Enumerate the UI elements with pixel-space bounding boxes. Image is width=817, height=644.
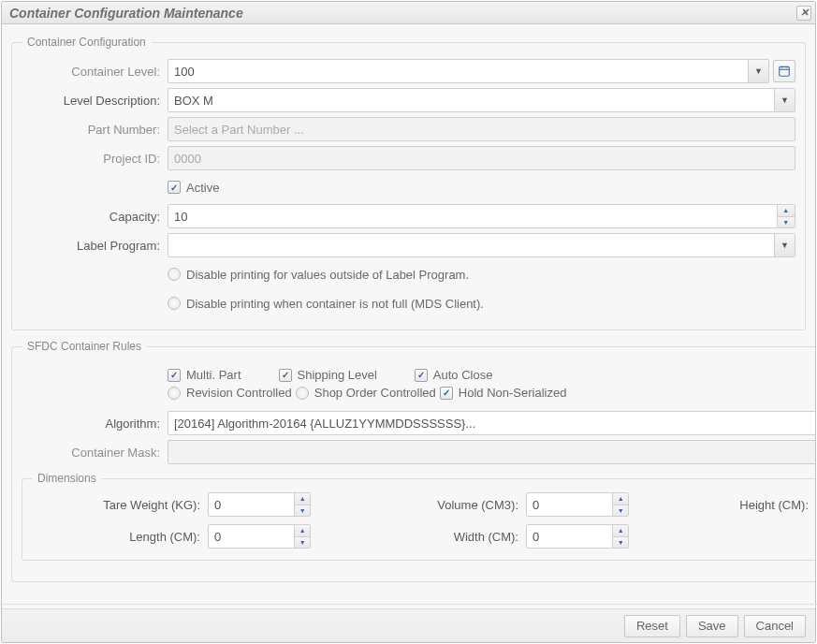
spinner-up-icon[interactable]: ▲ (295, 525, 310, 537)
capacity-input[interactable] (168, 205, 777, 227)
label-container-mask: Container Mask: (22, 446, 168, 460)
label-algorithm: Algorithm: (22, 417, 168, 431)
disable-print-outside-label: Disable printing for values outside of L… (186, 268, 469, 282)
chevron-down-icon[interactable]: ▼ (748, 60, 768, 82)
shop-order-controlled-label: Shop Order Controlled (314, 386, 436, 400)
spinner-up-icon[interactable]: ▲ (613, 493, 628, 505)
fieldset-sfdc-rules: SFDC Container Rules ✓ Multi. Part ✓ Shi… (11, 340, 815, 582)
label-program-combo[interactable]: ▼ (168, 233, 795, 257)
algorithm-value: [20164] Algorithm-20164 {ALLUZ1YYMMDDSSS… (174, 417, 815, 431)
spinner-up-icon[interactable]: ▲ (295, 493, 310, 505)
container-mask-input (168, 440, 815, 464)
width-input[interactable] (527, 525, 612, 548)
radio-icon (168, 297, 181, 310)
disable-print-outside-radio[interactable]: Disable printing for values outside of L… (168, 268, 469, 282)
multi-part-checkbox[interactable]: ✓ Multi. Part (168, 368, 241, 382)
length-spinner[interactable]: ▲▼ (208, 524, 311, 549)
revision-controlled-label: Revision Controlled (186, 386, 292, 400)
check-icon: ✓ (168, 369, 181, 382)
legend-dimensions: Dimensions (32, 472, 102, 485)
volume-input[interactable] (527, 493, 612, 516)
dialog-title: Container Configuration Maintenance (9, 6, 243, 21)
shipping-level-checkbox[interactable]: ✓ Shipping Level (279, 368, 377, 382)
fieldset-container-configuration: Container Configuration Container Level:… (11, 36, 806, 330)
titlebar: Container Configuration Maintenance ✕ (2, 2, 815, 24)
label-label-program: Label Program: (22, 239, 168, 253)
cancel-button[interactable]: Cancel (744, 615, 806, 637)
radio-icon (296, 387, 309, 400)
close-icon[interactable]: ✕ (796, 6, 811, 21)
disable-print-notfull-label: Disable printing when container is not f… (186, 297, 484, 311)
spinner-down-icon[interactable]: ▼ (613, 505, 628, 517)
project-id-input (168, 146, 795, 170)
shop-order-controlled-radio[interactable]: Shop Order Controlled (296, 386, 436, 400)
legend-sfdc-rules: SFDC Container Rules (22, 340, 147, 353)
level-description-value: BOX M (174, 94, 774, 108)
label-container-level: Container Level: (22, 65, 168, 79)
length-input[interactable] (209, 525, 294, 548)
tare-weight-spinner[interactable]: ▲▼ (208, 492, 311, 517)
label-width: Width (CM): (367, 530, 526, 544)
check-icon: ✓ (168, 181, 181, 194)
part-number-input (168, 117, 795, 141)
volume-spinner[interactable]: ▲▼ (526, 492, 629, 517)
tare-weight-input[interactable] (209, 493, 294, 516)
label-level-description: Level Description: (22, 94, 168, 108)
container-level-combo[interactable]: 100 ▼ (168, 59, 769, 83)
multi-part-label: Multi. Part (186, 368, 241, 382)
reset-button[interactable]: Reset (624, 615, 680, 637)
label-length: Length (CM): (32, 530, 208, 544)
check-icon: ✓ (440, 387, 453, 400)
active-checkbox[interactable]: ✓ Active (168, 181, 219, 195)
save-button[interactable]: Save (686, 615, 738, 637)
fieldset-dimensions: Dimensions Tare Weight (KG): ▲▼ Volume (… (22, 472, 815, 561)
level-description-combo[interactable]: BOX M ▼ (168, 88, 795, 112)
width-spinner[interactable]: ▲▼ (526, 524, 629, 549)
hold-non-serialized-checkbox[interactable]: ✓ Hold Non-Serialized (440, 386, 567, 400)
auto-close-checkbox[interactable]: ✓ Auto Close (415, 368, 493, 382)
spinner-down-icon[interactable]: ▼ (613, 537, 628, 549)
svg-rect-0 (780, 66, 790, 76)
capacity-spinner[interactable]: ▲ ▼ (168, 204, 795, 228)
check-icon: ✓ (415, 369, 428, 382)
label-volume: Volume (CM3): (367, 498, 526, 512)
spinner-down-icon[interactable]: ▼ (295, 537, 310, 549)
legend-container-configuration: Container Configuration (22, 36, 152, 49)
label-project-id: Project ID: (22, 152, 168, 166)
algorithm-combo[interactable]: [20164] Algorithm-20164 {ALLUZ1YYMMDDSSS… (168, 411, 815, 435)
chevron-down-icon[interactable]: ▼ (774, 234, 795, 256)
dialog-container-configuration-maintenance: Container Configuration Maintenance ✕ Co… (1, 1, 816, 643)
dialog-footer: Reset Save Cancel (2, 608, 815, 642)
chevron-down-icon[interactable]: ▼ (774, 89, 795, 111)
radio-icon (168, 268, 181, 281)
shipping-level-label: Shipping Level (298, 368, 377, 382)
label-part-number: Part Number: (22, 123, 168, 137)
label-tare-weight: Tare Weight (KG): (32, 498, 208, 512)
spinner-up-icon[interactable]: ▲ (613, 525, 628, 537)
label-height: Height (CM): (666, 498, 815, 512)
auto-close-label: Auto Close (433, 368, 493, 382)
radio-icon (168, 387, 181, 400)
container-level-value: 100 (174, 65, 748, 79)
dialog-body: Container Configuration Container Level:… (2, 24, 815, 600)
hold-non-serialized-label: Hold Non-Serialized (459, 386, 567, 400)
spinner-down-icon[interactable]: ▼ (778, 217, 795, 228)
refresh-icon[interactable] (773, 60, 795, 82)
active-label: Active (186, 181, 219, 195)
revision-controlled-radio[interactable]: Revision Controlled (168, 386, 292, 400)
check-icon: ✓ (279, 369, 292, 382)
spinner-down-icon[interactable]: ▼ (295, 505, 310, 517)
label-capacity: Capacity: (22, 210, 168, 224)
disable-print-notfull-radio[interactable]: Disable printing when container is not f… (168, 297, 484, 311)
spinner-up-icon[interactable]: ▲ (778, 205, 795, 217)
